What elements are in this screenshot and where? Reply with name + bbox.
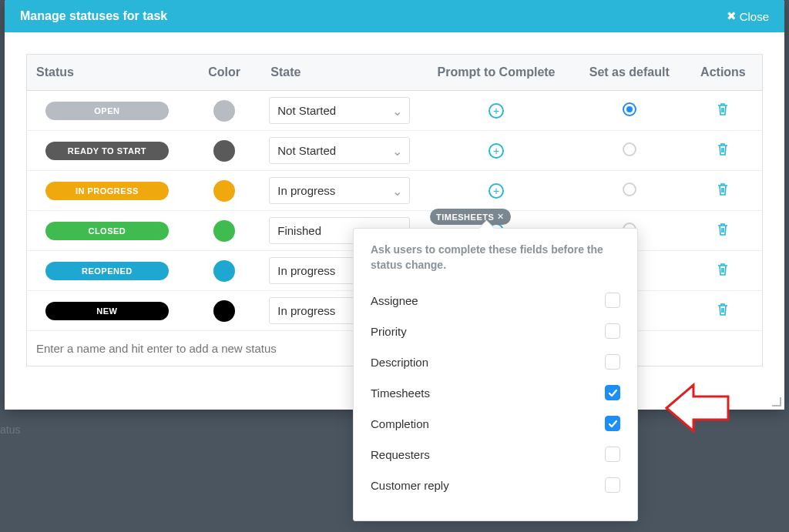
default-radio[interactable] [623, 182, 636, 196]
status-pill[interactable]: OPEN [45, 102, 169, 120]
option-checkbox[interactable] [605, 293, 620, 308]
popover-option: Requesters [371, 439, 620, 470]
color-swatch[interactable] [213, 140, 235, 162]
prompt-add-button[interactable]: + [489, 103, 504, 119]
option-label: Completion [371, 417, 429, 430]
option-checkbox[interactable] [605, 354, 620, 370]
col-default: Set as default [575, 55, 684, 91]
table-row: IN PROGRESS In progress ⌄ + [27, 171, 763, 211]
close-label: Close [740, 10, 769, 23]
status-pill[interactable]: READY TO START [45, 142, 169, 160]
prompt-fields-popover: Ask users to complete these fields befor… [353, 228, 638, 521]
option-label: Assignee [371, 294, 418, 307]
color-swatch[interactable] [213, 220, 235, 242]
delete-button[interactable] [717, 142, 729, 156]
background-text: atus [0, 423, 20, 436]
default-radio[interactable] [623, 102, 636, 116]
option-label: Priority [371, 325, 407, 338]
annotation-arrow-icon [663, 377, 732, 439]
state-select[interactable]: In progress [269, 177, 410, 204]
resize-handle-icon[interactable] [772, 397, 783, 408]
option-label: Timesheets [371, 386, 430, 400]
table-row: READY TO START Not Started ⌄ + [27, 131, 763, 171]
color-swatch[interactable] [213, 300, 235, 322]
delete-button[interactable] [717, 223, 729, 236]
state-select[interactable]: Not Started [269, 97, 410, 124]
option-checkbox[interactable] [605, 416, 620, 431]
close-icon: ✖ [727, 9, 737, 23]
col-actions: Actions [684, 55, 763, 91]
modal-title: Manage statuses for task [20, 9, 167, 23]
col-status: Status [27, 55, 187, 91]
popover-option: Customer reply [371, 470, 620, 500]
option-checkbox[interactable] [605, 323, 620, 339]
popover-option: Description [371, 346, 620, 377]
table-header-row: Status Color State Prompt to Complete Se… [27, 55, 763, 91]
status-pill[interactable]: NEW [45, 302, 169, 320]
state-select[interactable]: Not Started [269, 137, 410, 164]
col-color: Color [187, 55, 262, 91]
popover-option: Timesheets [371, 377, 620, 408]
popover-option: Assignee [371, 285, 620, 316]
option-label: Requesters [371, 448, 430, 461]
tag-remove-icon[interactable]: ✕ [497, 212, 505, 222]
delete-button[interactable] [717, 102, 729, 116]
option-checkbox[interactable] [605, 477, 620, 493]
option-label: Customer reply [371, 479, 449, 492]
delete-button[interactable] [717, 263, 729, 276]
option-checkbox[interactable] [605, 447, 620, 462]
color-swatch[interactable] [213, 180, 235, 202]
svg-marker-0 [666, 385, 728, 431]
modal-header: Manage statuses for task ✖ Close [5, 0, 784, 32]
status-pill[interactable]: IN PROGRESS [45, 182, 169, 200]
option-checkbox[interactable] [605, 385, 620, 400]
prompt-add-button[interactable]: + [489, 183, 504, 199]
delete-button[interactable] [717, 182, 729, 196]
color-swatch[interactable] [213, 100, 235, 122]
default-radio[interactable] [623, 142, 636, 156]
option-label: Description [371, 356, 428, 369]
status-pill[interactable]: CLOSED [45, 222, 169, 240]
popover-option: Completion [371, 408, 620, 439]
status-pill[interactable]: REOPENED [45, 262, 169, 280]
delete-button[interactable] [717, 303, 729, 316]
prompt-tag-timesheets[interactable]: TIMESHEETS ✕ [430, 209, 511, 225]
close-button[interactable]: ✖ Close [727, 9, 769, 23]
popover-description: Ask users to complete these fields befor… [371, 243, 620, 273]
col-prompt: Prompt to Complete [418, 55, 574, 91]
col-state: State [261, 55, 418, 91]
popover-option: Priority [371, 316, 620, 346]
table-row: OPEN Not Started ⌄ + [27, 91, 763, 131]
color-swatch[interactable] [213, 260, 235, 282]
prompt-add-button[interactable]: + [489, 143, 504, 159]
